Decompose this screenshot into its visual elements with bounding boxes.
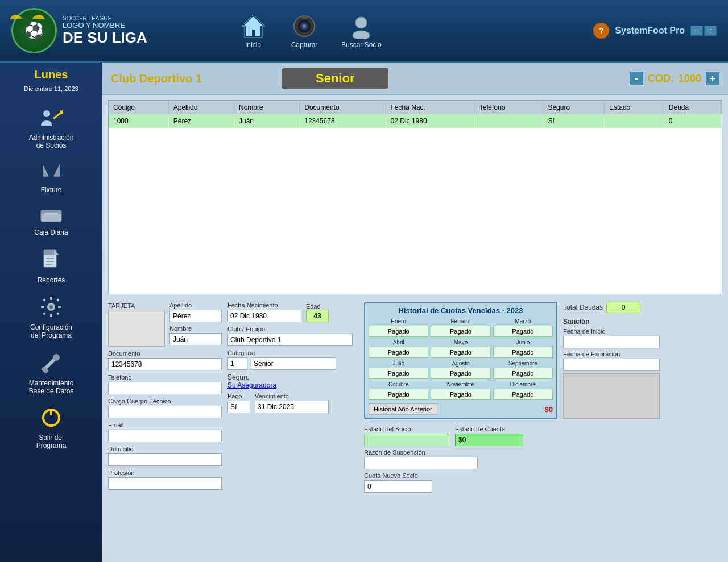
sidebar: Lunes Diciembre 11, 2023 Administraciónd… [0, 63, 102, 562]
cargo-field: Cargo Cuerpo Técnico [108, 398, 222, 418]
fecha-exp-label: Fecha de Expiración [563, 351, 677, 357]
telefono-input[interactable] [108, 382, 222, 394]
prev-button[interactable]: - [630, 72, 643, 85]
next-button[interactable]: + [706, 72, 719, 85]
estado-cuenta-field: Estado de Cuenta [455, 426, 523, 446]
documento-input[interactable] [108, 358, 222, 370]
cod-label: COD: [648, 73, 674, 85]
cuota-input[interactable] [364, 480, 432, 493]
estado-socio-field: Estado del Socio [364, 426, 449, 446]
edad-label: Edad [306, 303, 329, 310]
svg-point-8 [353, 31, 370, 39]
domicilio-field: Domicilio [108, 446, 222, 466]
maximize-button[interactable]: □ [704, 26, 717, 36]
estado-socio-input[interactable] [364, 434, 449, 446]
sidebar-item-reportes[interactable]: Reportes [6, 244, 97, 289]
help-area: ? SystemFoot Pro — □ [593, 23, 717, 39]
svg-point-21 [49, 305, 53, 309]
window-controls: — □ [690, 26, 717, 36]
seguro-field: Seguro Su Aseguradora [228, 373, 358, 389]
members-table: Código Apellido Nombre Documento Fecha N… [108, 100, 722, 294]
apellido-field: Apellido [169, 302, 222, 322]
email-input[interactable] [108, 430, 222, 442]
buscar-icon [347, 13, 375, 41]
col-deuda: Deuda [664, 101, 721, 114]
categoria-row [228, 357, 358, 370]
page-area: Club Deportivo 1 Senior - COD: 1000 + Có… [102, 63, 728, 562]
sidebar-item-fixture[interactable]: Fixture [6, 157, 97, 198]
admin-socios-label: Administraciónde Socios [29, 134, 74, 150]
capturar-label: Capturar [291, 41, 318, 49]
caja-icon [40, 206, 63, 226]
telefono-label: Telefono [108, 374, 222, 381]
sidebar-item-salir[interactable]: Salir delPrograma [6, 403, 97, 455]
categoria-num-input[interactable] [228, 357, 247, 370]
nombre-label: Nombre [169, 325, 222, 332]
cod-value: 1000 [679, 73, 701, 85]
fecha-nac-input[interactable] [228, 310, 301, 322]
domicilio-input[interactable] [108, 453, 222, 466]
nombre-input[interactable] [169, 333, 222, 345]
minimize-button[interactable]: — [690, 26, 703, 36]
vencimiento-field: Vencimiento [255, 393, 329, 413]
telefono-field: Telefono [108, 374, 222, 394]
hist-year-btn[interactable]: Historial Año Anterior [369, 403, 437, 415]
cod-area: - COD: 1000 + [630, 72, 719, 85]
reportes-label: Reportes [38, 276, 65, 284]
fecha-edad-row: Fecha Nacimiento Edad 43 [228, 302, 358, 322]
fecha-exp-input[interactable] [563, 359, 660, 371]
pago-input[interactable] [228, 401, 250, 413]
apellido-input[interactable] [169, 310, 222, 322]
svg-point-30 [53, 354, 60, 361]
logo-line1: LOGO Y NOMBRE [63, 22, 147, 30]
nav-capturar[interactable]: Capturar [290, 13, 318, 49]
estado-socio-label: Estado del Socio [364, 426, 449, 432]
categoria-name-input[interactable] [251, 357, 336, 370]
club-equipo-input[interactable] [228, 334, 353, 346]
svg-rect-28 [43, 312, 46, 315]
sancion-title: Sanción [563, 318, 677, 326]
edad-value: 43 [306, 310, 329, 322]
socios-table: Código Apellido Nombre Documento Fecha N… [109, 101, 722, 128]
sidebar-item-mantenimiento[interactable]: MantenimientoBase de Datos [6, 347, 97, 400]
hist-marzo: Marzo Pagado [493, 318, 553, 337]
svg-rect-17 [46, 261, 54, 262]
profesion-label: Profesión [108, 469, 222, 476]
sidebar-item-config[interactable]: Configuracióndel Programa [6, 292, 97, 344]
cargo-input[interactable] [108, 406, 222, 418]
seguro-link[interactable]: Su Aseguradora [228, 381, 358, 389]
hist-julio: Julio Pagado [369, 360, 428, 379]
estado-cuenta-input[interactable] [455, 434, 523, 446]
hist-grid: Enero Pagado Febrero Pagado Marzo Pagado [369, 318, 553, 400]
total-deudas-label: Total Deudas [563, 303, 603, 311]
hist-junio: Junio Pagado [493, 339, 553, 358]
fecha-inicio-input[interactable] [563, 336, 660, 348]
sancion-section: Sanción Fecha de Inicio Fecha de Expirac… [563, 318, 677, 419]
hist-noviembre: Noviembre Pagado [431, 381, 490, 400]
fecha-nac-field: Fecha Nacimiento [228, 302, 301, 322]
svg-rect-25 [58, 306, 61, 308]
email-field: Email [108, 422, 222, 442]
app-title: SystemFoot Pro [615, 26, 685, 36]
tarjeta-label: TARJETA [108, 302, 135, 309]
nav-inicio[interactable]: Inicio [239, 13, 267, 49]
buscar-label: Buscar Socio [341, 41, 382, 49]
svg-point-9 [43, 110, 50, 117]
sidebar-item-caja[interactable]: Caja Diaria [6, 201, 97, 241]
capturar-icon [290, 13, 318, 41]
help-button[interactable]: ? [593, 23, 609, 39]
hist-total: $0 [545, 405, 553, 414]
razon-input[interactable] [364, 457, 478, 469]
nav-buscar-socio[interactable]: Buscar Socio [341, 13, 382, 49]
sidebar-item-admin-socios[interactable]: Administraciónde Socios [6, 103, 97, 155]
logo-top-text: SOCCER LEAGUE [63, 15, 147, 22]
main-content: Lunes Diciembre 11, 2023 Administraciónd… [0, 63, 728, 562]
vencimiento-input[interactable] [255, 401, 329, 413]
cell-seguro: Sí [543, 114, 605, 128]
table-row[interactable]: 1000 Pérez Juán 12345678 02 Dic 1980 Sí … [109, 114, 722, 128]
cell-estado [604, 114, 664, 128]
profesion-input[interactable] [108, 477, 222, 490]
categoria-field: Categoría [228, 349, 358, 370]
svg-rect-6 [302, 16, 307, 19]
config-icon [40, 296, 62, 321]
